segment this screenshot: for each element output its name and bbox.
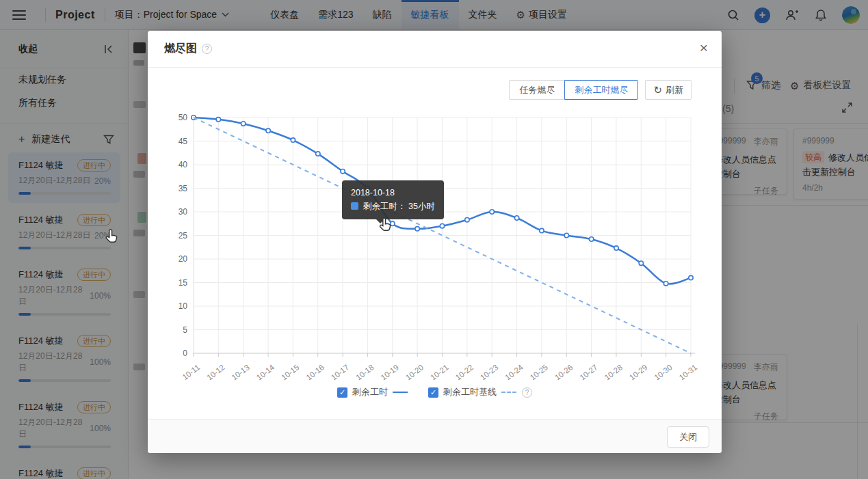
modal-footer: 关闭 (148, 419, 722, 453)
svg-text:10-12: 10-12 (205, 363, 226, 382)
svg-text:10-28: 10-28 (603, 363, 624, 382)
svg-text:10-20: 10-20 (404, 363, 425, 382)
tooltip-value: 剩余工时： 35小时 (363, 202, 435, 211)
chart-legend: ✓ 剩余工时 ✓ 剩余工时基线 ? (148, 386, 722, 398)
tooltip-date: 2018-10-18 (351, 186, 435, 200)
svg-text:50: 50 (179, 113, 188, 122)
svg-text:10-14: 10-14 (255, 363, 276, 382)
refresh-icon: ↻ (653, 85, 662, 95)
svg-text:25: 25 (179, 231, 188, 241)
cursor-hand (104, 228, 119, 245)
svg-text:10-27: 10-27 (578, 363, 599, 382)
help-icon[interactable]: ? (522, 387, 532, 398)
legend-remaining-hours-baseline[interactable]: ✓ 剩余工时基线 ? (428, 386, 532, 398)
svg-text:10-26: 10-26 (553, 363, 575, 382)
help-icon[interactable]: ? (202, 44, 212, 54)
tab-remaining-hours-burndown[interactable]: 剩余工时燃尽 (564, 80, 638, 100)
svg-text:40: 40 (179, 160, 188, 169)
svg-text:10: 10 (179, 301, 188, 311)
svg-text:10-19: 10-19 (379, 363, 400, 382)
svg-text:10-18: 10-18 (354, 363, 376, 382)
svg-text:10-15: 10-15 (280, 363, 301, 382)
svg-text:10-22: 10-22 (454, 363, 475, 382)
svg-text:5: 5 (183, 325, 187, 335)
tab-task-burndown[interactable]: 任务燃尽 (509, 80, 565, 100)
svg-text:30: 30 (179, 207, 188, 217)
cursor-hand (378, 217, 393, 233)
svg-text:45: 45 (179, 137, 188, 146)
svg-text:10-25: 10-25 (529, 363, 550, 382)
svg-text:10-21: 10-21 (429, 363, 450, 382)
modal-title: 燃尽图 (164, 42, 197, 56)
svg-text:10-24: 10-24 (503, 363, 525, 382)
svg-text:10-11: 10-11 (181, 363, 201, 381)
series-marker (351, 202, 358, 210)
svg-text:10-31: 10-31 (678, 363, 699, 382)
refresh-button[interactable]: ↻ 刷新 (645, 80, 692, 100)
burndown-chart-modal: 燃尽图 ? × 任务燃尽 剩余工时燃尽 ↻ 刷新 051015202530354… (148, 31, 722, 453)
burndown-mode-tabs: 任务燃尽 剩余工时燃尽 ↻ 刷新 (509, 80, 692, 100)
svg-text:20: 20 (179, 254, 188, 264)
svg-text:10-13: 10-13 (230, 363, 251, 382)
svg-text:10-17: 10-17 (330, 363, 351, 382)
svg-text:10-30: 10-30 (653, 363, 674, 382)
chart-tooltip: 2018-10-18 剩余工时： 35小时 (342, 180, 444, 219)
svg-text:15: 15 (179, 278, 188, 288)
svg-text:10-23: 10-23 (479, 363, 500, 382)
checkbox-checked-icon[interactable]: ✓ (428, 387, 438, 398)
burndown-chart: 0510152025303540455010-1110-1210-1310-14… (168, 106, 702, 387)
close-button[interactable]: 关闭 (667, 426, 709, 448)
close-icon[interactable]: × (700, 40, 708, 55)
solid-line-sample (393, 392, 408, 393)
svg-text:10-29: 10-29 (628, 363, 649, 382)
legend-remaining-hours[interactable]: ✓ 剩余工时 (337, 386, 408, 398)
svg-text:35: 35 (179, 184, 188, 193)
checkbox-checked-icon[interactable]: ✓ (337, 387, 347, 398)
svg-text:10-16: 10-16 (304, 363, 326, 382)
svg-text:0: 0 (183, 348, 187, 358)
dashed-line-sample (501, 392, 516, 393)
